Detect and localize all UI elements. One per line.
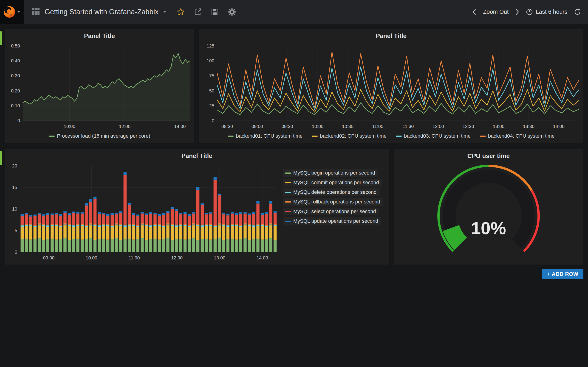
svg-text:10%: 10% bbox=[471, 218, 506, 238]
svg-text:125: 125 bbox=[207, 43, 214, 48]
row-handle[interactable] bbox=[0, 151, 2, 165]
svg-text:10:00: 10:00 bbox=[64, 124, 75, 129]
svg-text:09:00: 09:00 bbox=[43, 255, 54, 260]
svg-text:5: 5 bbox=[15, 228, 17, 233]
svg-text:12:00: 12:00 bbox=[119, 124, 130, 129]
legend-item[interactable]: MySQL delete operations per second bbox=[283, 188, 380, 196]
add-row-button[interactable]: + ADD ROW bbox=[542, 269, 583, 279]
legend-series-label: MySQL commit operations per second bbox=[293, 180, 379, 186]
share-icon bbox=[194, 8, 202, 16]
svg-text:10:00: 10:00 bbox=[86, 255, 97, 260]
time-picker-button[interactable]: Last 6 hours bbox=[526, 8, 567, 15]
legend-item[interactable]: MySQL begin operations per second bbox=[283, 169, 378, 177]
panel-cpu-user-time: CPU user time 10% bbox=[394, 149, 583, 265]
chevron-down-icon bbox=[164, 11, 166, 12]
dashboard-grid-icon bbox=[32, 8, 40, 16]
svg-text:0: 0 bbox=[15, 250, 17, 255]
svg-text:10:00: 10:00 bbox=[312, 124, 323, 129]
svg-text:10: 10 bbox=[12, 206, 17, 211]
legend-series-color bbox=[396, 135, 402, 137]
svg-text:10:30: 10:30 bbox=[342, 124, 354, 129]
chevron-down-icon bbox=[17, 11, 20, 13]
svg-text:12:00: 12:00 bbox=[171, 255, 183, 260]
legend-series-color bbox=[285, 182, 291, 183]
save-icon bbox=[211, 8, 219, 16]
svg-text:12:30: 12:30 bbox=[463, 124, 474, 129]
grafana-logo-menu[interactable] bbox=[0, 0, 24, 24]
mysql-operations-chart[interactable]: 0510152009:0010:0011:0012:0013:0014:00 bbox=[5, 163, 283, 263]
panel-title[interactable]: Panel Title bbox=[199, 29, 583, 43]
save-button[interactable] bbox=[211, 8, 219, 16]
panel-title[interactable]: CPU user time bbox=[394, 149, 583, 163]
legend-series-color bbox=[228, 135, 233, 137]
processor-load-chart[interactable]: 00.100.200.300.400.5010:0012:0014:00 bbox=[5, 43, 194, 131]
time-back-button[interactable] bbox=[472, 8, 477, 16]
navbar: Getting Started with Grafana-Zabbix bbox=[0, 0, 588, 24]
legend-item[interactable]: backend03: CPU system time bbox=[396, 133, 471, 139]
zoom-out-button[interactable]: Zoom Out bbox=[483, 8, 509, 15]
cpu-system-time-chart[interactable]: 025507510012508:3009:0009:3010:0010:3011… bbox=[199, 43, 583, 131]
legend: MySQL begin operations per secondMySQL c… bbox=[283, 163, 389, 265]
star-button[interactable] bbox=[177, 8, 185, 16]
clock-icon bbox=[526, 8, 533, 15]
grafana-logo-icon bbox=[3, 6, 16, 18]
legend-series-label: MySQL rollback operations per second bbox=[293, 199, 380, 205]
svg-text:14:00: 14:00 bbox=[174, 124, 186, 129]
dashboard-picker[interactable]: Getting Started with Grafana-Zabbix bbox=[24, 0, 174, 24]
svg-text:0.40: 0.40 bbox=[11, 58, 20, 63]
legend-series-color bbox=[49, 135, 55, 137]
legend-item[interactable]: MySQL select operations per second bbox=[283, 208, 379, 215]
legend-item[interactable]: Processor load (15 min average per core) bbox=[49, 133, 150, 139]
svg-text:14:00: 14:00 bbox=[553, 124, 565, 129]
time-forward-button[interactable] bbox=[515, 8, 519, 16]
legend-item[interactable]: MySQL commit operations per second bbox=[283, 179, 382, 186]
star-icon bbox=[177, 8, 185, 16]
svg-text:13:30: 13:30 bbox=[523, 124, 535, 129]
cpu-user-time-gauge[interactable]: 10% bbox=[394, 163, 583, 263]
svg-text:11:00: 11:00 bbox=[372, 124, 383, 129]
svg-text:09:30: 09:30 bbox=[282, 124, 293, 129]
legend-series-label: MySQL select operations per second bbox=[293, 209, 376, 215]
settings-button[interactable] bbox=[228, 8, 236, 16]
time-controls: Zoom Out Last 6 hours bbox=[472, 8, 588, 16]
legend-series-color bbox=[480, 135, 486, 137]
panel-title[interactable]: Panel Title bbox=[5, 149, 389, 163]
svg-text:15: 15 bbox=[12, 185, 17, 190]
legend-item[interactable]: backend02: CPU system time bbox=[312, 133, 387, 139]
legend-series-color bbox=[312, 135, 318, 137]
legend-series-color bbox=[285, 173, 291, 174]
refresh-button[interactable] bbox=[574, 8, 581, 16]
legend-series-label: MySQL delete operations per second bbox=[293, 189, 376, 195]
legend-series-color bbox=[285, 221, 291, 222]
legend-item[interactable]: MySQL rollback operations per second bbox=[283, 198, 383, 206]
svg-text:0.30: 0.30 bbox=[11, 73, 20, 78]
chevron-right-icon bbox=[515, 8, 519, 16]
dashboard-title[interactable]: Getting Started with Grafana-Zabbix bbox=[44, 8, 158, 16]
svg-text:50: 50 bbox=[209, 88, 214, 93]
svg-text:0.20: 0.20 bbox=[11, 88, 20, 93]
legend-series-label: backend01: CPU system time bbox=[236, 133, 303, 139]
svg-text:0: 0 bbox=[17, 118, 20, 123]
panel-cpu-system-time: Panel Title 025507510012508:3009:0009:30… bbox=[199, 29, 583, 143]
panel-mysql-operations: Panel Title 0510152009:0010:0011:0012:00… bbox=[5, 149, 389, 265]
legend-series-label: MySQL begin operations per second bbox=[293, 170, 375, 176]
legend-item[interactable]: backend04: CPU system time bbox=[480, 133, 555, 139]
svg-text:75: 75 bbox=[209, 73, 214, 78]
legend-series-color bbox=[285, 201, 291, 202]
share-button[interactable] bbox=[194, 8, 202, 16]
svg-text:20: 20 bbox=[12, 163, 17, 168]
legend-series-label: MySQL update operations per second bbox=[293, 218, 378, 224]
svg-text:25: 25 bbox=[209, 103, 214, 108]
legend: backend01: CPU system timebackend02: CPU… bbox=[199, 131, 583, 141]
panel-title[interactable]: Panel Title bbox=[5, 29, 194, 43]
legend-item[interactable]: MySQL update operations per second bbox=[283, 217, 381, 225]
svg-text:13:00: 13:00 bbox=[493, 124, 504, 129]
svg-text:12:00: 12:00 bbox=[432, 124, 444, 129]
legend-series-label: backend03: CPU system time bbox=[404, 133, 471, 139]
legend-item[interactable]: backend01: CPU system time bbox=[228, 133, 303, 139]
panel-processor-load: Panel Title 00.100.200.300.400.5010:0012… bbox=[5, 29, 194, 143]
svg-text:09:00: 09:00 bbox=[251, 124, 263, 129]
svg-text:08:30: 08:30 bbox=[221, 124, 233, 129]
legend-series-label: backend04: CPU system time bbox=[488, 133, 555, 139]
row-handle[interactable] bbox=[0, 31, 2, 45]
